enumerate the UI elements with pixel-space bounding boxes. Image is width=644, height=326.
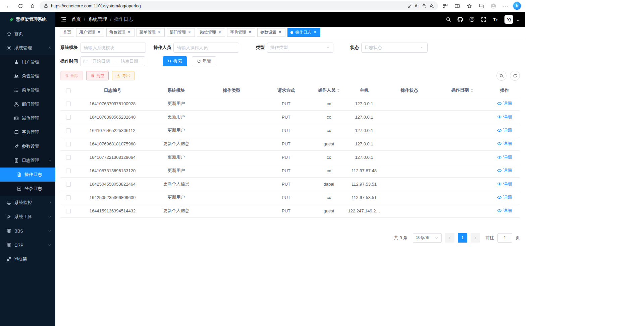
breadcrumb-item[interactable]: 首页 xyxy=(71,16,81,22)
clear-button[interactable]: 清空 xyxy=(86,71,109,80)
prev-page-button[interactable] xyxy=(445,233,454,243)
start-date-placeholder[interactable]: 开始日期 xyxy=(88,58,114,64)
sidebar-item[interactable]: Yi框架 xyxy=(0,252,55,266)
row-checkbox[interactable] xyxy=(66,142,71,146)
detail-link[interactable]: 详细 xyxy=(497,181,512,187)
export-button[interactable]: 导出 xyxy=(112,71,135,80)
sidebar-item[interactable]: BBS xyxy=(0,224,55,238)
sidebar-item[interactable]: 角色管理 xyxy=(0,69,55,83)
goto-page-input[interactable] xyxy=(497,233,512,243)
tab[interactable]: 首页 xyxy=(60,28,74,37)
sidebar-item[interactable]: 登录日志 xyxy=(0,182,55,196)
back-icon[interactable]: ← xyxy=(3,1,13,11)
close-icon[interactable]: × xyxy=(127,30,131,35)
row-checkbox[interactable] xyxy=(66,102,71,106)
sidebar-item[interactable]: 部门管理 xyxy=(0,97,55,111)
tab[interactable]: 部门管理× xyxy=(167,28,195,37)
sidebar-item[interactable]: 岗位管理 xyxy=(0,111,55,125)
row-checkbox[interactable] xyxy=(66,195,71,200)
menu-fold-icon[interactable] xyxy=(61,16,67,22)
detail-link[interactable]: 详细 xyxy=(497,141,512,147)
favorites-icon[interactable] xyxy=(464,1,474,11)
page-size-select[interactable]: 10条/页 xyxy=(413,233,442,243)
sidebar-item[interactable]: 系统管理 xyxy=(0,41,55,55)
close-icon[interactable]: × xyxy=(217,30,222,35)
search-button[interactable]: 搜索 xyxy=(163,56,187,66)
tab[interactable]: 操作日志× xyxy=(287,28,320,37)
refresh-table-button[interactable] xyxy=(510,71,520,81)
sidebar-item[interactable]: 操作日志 xyxy=(0,168,55,182)
toggle-search-button[interactable] xyxy=(496,71,506,81)
sort-icon[interactable] xyxy=(471,87,473,93)
user-avatar[interactable]: Yj xyxy=(504,15,513,24)
close-icon[interactable]: × xyxy=(97,30,101,35)
sidebar-item[interactable]: 字典管理 xyxy=(0,125,55,139)
date-range-picker[interactable]: 开始日期 - 结束日期 xyxy=(80,56,145,66)
detail-link[interactable]: 详细 xyxy=(497,101,512,107)
browser-essentials-icon[interactable] xyxy=(440,1,450,11)
detail-link[interactable]: 详细 xyxy=(497,114,512,120)
tab[interactable]: 参数设置× xyxy=(257,28,285,37)
address-bar[interactable]: https://ccnetcore.com:1101/system/log/op… xyxy=(40,1,438,10)
close-icon[interactable]: × xyxy=(187,30,192,35)
close-icon[interactable]: × xyxy=(157,30,162,35)
breadcrumb-item[interactable]: 系统管理 xyxy=(88,16,107,22)
sidebar-item[interactable]: 菜单管理 xyxy=(0,83,55,97)
column-header[interactable]: 操作人员 xyxy=(313,84,345,97)
row-checkbox[interactable] xyxy=(66,182,71,187)
column-header[interactable]: 操作日期 xyxy=(435,84,489,97)
browser-home-icon[interactable] xyxy=(28,1,38,11)
close-icon[interactable]: × xyxy=(248,30,252,35)
profile-avatar-icon[interactable] xyxy=(488,1,498,11)
search-icon[interactable] xyxy=(446,17,451,22)
read-aloud-icon[interactable]: A)) xyxy=(415,4,419,8)
next-page-button[interactable] xyxy=(471,233,480,243)
sidebar-item[interactable]: 系统监控 xyxy=(0,196,55,210)
github-icon[interactable] xyxy=(458,17,463,22)
font-size-icon[interactable]: TT xyxy=(493,17,498,22)
detail-link[interactable]: 详细 xyxy=(497,127,512,133)
bing-icon[interactable]: b xyxy=(513,1,522,10)
row-checkbox[interactable] xyxy=(66,209,71,213)
tab[interactable]: 用户管理× xyxy=(76,28,104,37)
row-checkbox[interactable] xyxy=(66,169,71,173)
fullscreen-icon[interactable] xyxy=(481,17,486,22)
detail-link[interactable]: 详细 xyxy=(497,168,512,174)
tab[interactable]: 角色管理× xyxy=(106,28,135,37)
tab[interactable]: 字典管理× xyxy=(227,28,255,37)
collections-icon[interactable] xyxy=(476,1,486,11)
password-key-icon[interactable] xyxy=(407,4,412,8)
split-screen-icon[interactable] xyxy=(452,1,462,11)
close-icon[interactable]: × xyxy=(278,30,282,35)
zoom-out-icon[interactable] xyxy=(422,4,427,8)
add-favorite-icon[interactable] xyxy=(429,4,434,8)
delete-button[interactable]: 删除 xyxy=(60,71,83,80)
status-select[interactable]: 日志状态 xyxy=(361,43,428,53)
module-input[interactable] xyxy=(80,43,146,53)
current-page-button[interactable]: 1 xyxy=(458,233,467,243)
detail-link[interactable]: 详细 xyxy=(497,154,512,160)
sidebar-item[interactable]: 系统工具 xyxy=(0,210,55,224)
operator-input[interactable] xyxy=(173,43,239,53)
reset-button[interactable]: 重置 xyxy=(192,56,216,66)
caret-down-icon[interactable] xyxy=(516,19,520,22)
sidebar-item[interactable]: 日志管理 xyxy=(0,153,55,168)
breadcrumb-item[interactable]: 操作日志 xyxy=(114,16,133,22)
url-text[interactable]: https://ccnetcore.com:1101/system/log/op… xyxy=(51,3,405,8)
more-icon[interactable]: ⋯ xyxy=(500,1,511,11)
row-checkbox[interactable] xyxy=(66,115,71,120)
sidebar-item[interactable]: ERP xyxy=(0,238,55,252)
tab[interactable]: 岗位管理× xyxy=(197,28,225,37)
sidebar-item[interactable]: 参数设置 xyxy=(0,139,55,153)
reload-icon[interactable] xyxy=(15,1,25,11)
select-all-checkbox[interactable] xyxy=(66,88,71,93)
sidebar-item[interactable]: 首页 xyxy=(0,27,55,41)
close-icon[interactable]: × xyxy=(313,30,317,35)
tab[interactable]: 菜单管理× xyxy=(137,28,165,37)
sort-icon[interactable] xyxy=(337,87,340,93)
row-checkbox[interactable] xyxy=(66,155,71,160)
help-icon[interactable]: ? xyxy=(469,17,475,22)
detail-link[interactable]: 详细 xyxy=(497,194,512,200)
detail-link[interactable]: 详细 xyxy=(497,208,512,214)
sidebar-item[interactable]: 用户管理 xyxy=(0,55,55,69)
